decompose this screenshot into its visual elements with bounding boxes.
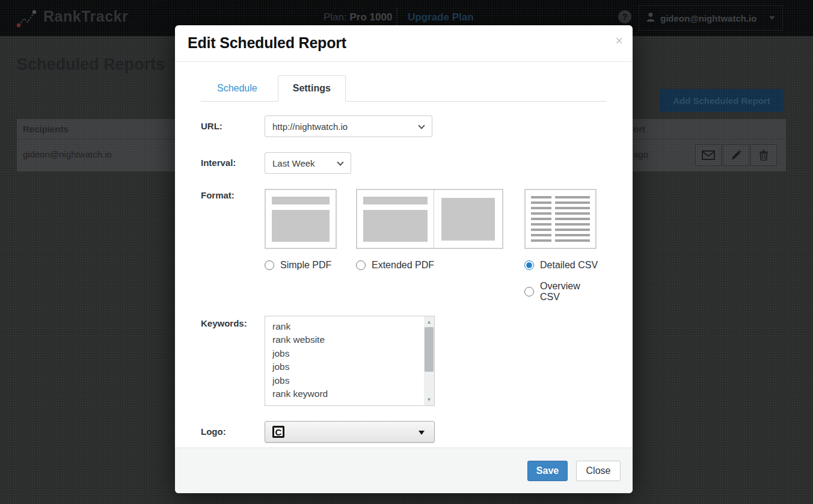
format-option-simple-pdf: Simple PDF (265, 189, 356, 303)
modal-body: Schedule Settings URL: http://nightwatch… (175, 62, 633, 447)
thumbnail-content-block (363, 210, 428, 242)
detailed-csv-radio[interactable] (524, 260, 534, 270)
url-select[interactable]: http://nightwatch.io (265, 115, 432, 137)
close-button[interactable]: Close (576, 461, 621, 481)
extended-pdf-radio-row: Extended PDF (356, 260, 524, 271)
overview-csv-radio-label: Overview CSV (540, 281, 603, 303)
keyword-list-item[interactable]: rank (272, 320, 422, 333)
format-options: Simple PDF Exte (265, 189, 603, 303)
simple-pdf-radio-row: Simple PDF (265, 260, 356, 271)
thumbnail-left-pane (357, 190, 434, 248)
modal-footer: Save Close (175, 447, 633, 493)
chevron-down-icon (418, 122, 425, 129)
extended-pdf-thumbnail[interactable] (356, 189, 503, 249)
tab-bar: Schedule Settings (201, 75, 607, 102)
logo-c-icon: C (272, 426, 284, 438)
keywords-label: Keywords: (201, 316, 265, 406)
simple-pdf-radio-label: Simple PDF (280, 260, 331, 271)
keyword-list-item[interactable]: rank website (272, 333, 422, 346)
tab-settings[interactable]: Settings (278, 75, 346, 102)
format-option-extended-pdf: Extended PDF (356, 189, 524, 303)
keywords-listbox[interactable]: rank rank website jobs jobs jobs rank ke… (265, 316, 435, 406)
extended-pdf-radio[interactable] (356, 260, 366, 270)
close-icon[interactable]: × (615, 33, 623, 49)
url-row: URL: http://nightwatch.io (201, 115, 607, 137)
simple-pdf-thumbnail[interactable] (265, 189, 337, 249)
keyword-list-item[interactable]: seo (272, 401, 422, 406)
scroll-up-icon[interactable]: ▲ (424, 317, 434, 327)
url-select-value: http://nightwatch.io (272, 121, 348, 132)
keywords-row: Keywords: rank rank website jobs jobs jo… (201, 316, 607, 406)
detailed-csv-radio-row: Detailed CSV (524, 260, 603, 271)
format-row: Format: Simple PDF (201, 189, 607, 303)
listbox-scrollbar[interactable]: ▲ ▼ (424, 316, 434, 405)
save-button[interactable]: Save (527, 461, 568, 481)
keyword-list-item[interactable]: rank keyword (272, 387, 422, 401)
tab-schedule[interactable]: Schedule (206, 76, 268, 101)
scrollbar-thumb[interactable] (425, 327, 434, 372)
thumbnail-right-pane (434, 190, 502, 248)
format-label: Format: (201, 189, 265, 303)
interval-label: Interval: (201, 152, 265, 174)
interval-select[interactable]: Last Week (265, 152, 351, 174)
edit-scheduled-report-modal: Edit Scheduled Report × Schedule Setting… (175, 25, 633, 493)
scroll-down-icon[interactable]: ▼ (424, 395, 434, 405)
format-option-csv: Detailed CSV Overview CSV (524, 189, 603, 303)
keyword-list-item[interactable]: jobs (272, 347, 422, 360)
modal-title: Edit Scheduled Report (188, 34, 346, 52)
logo-select[interactable]: C (265, 421, 435, 443)
url-label: URL: (201, 115, 265, 137)
thumbnail-content-block (272, 210, 330, 242)
interval-select-value: Last Week (272, 158, 315, 168)
keyword-list-item[interactable]: jobs (272, 360, 422, 373)
logo-row: Logo: C (201, 421, 607, 443)
modal-header: Edit Scheduled Report × (175, 25, 633, 62)
logo-label: Logo: (201, 421, 265, 443)
keyword-list-item[interactable]: jobs (272, 374, 422, 387)
thumbnail-header-bar (363, 197, 428, 204)
thumbnail-content-block (441, 198, 495, 241)
extended-pdf-radio-label: Extended PDF (372, 260, 434, 271)
detailed-csv-radio-label: Detailed CSV (540, 260, 598, 271)
interval-row: Interval: Last Week (201, 152, 607, 174)
simple-pdf-radio[interactable] (265, 260, 274, 270)
overview-csv-radio[interactable] (524, 287, 534, 297)
thumbnail-header-bar (272, 197, 330, 204)
detailed-csv-thumbnail[interactable] (524, 189, 597, 249)
chevron-down-icon (337, 159, 343, 165)
dropdown-caret-icon (419, 431, 425, 435)
overview-csv-radio-row: Overview CSV (524, 281, 603, 303)
